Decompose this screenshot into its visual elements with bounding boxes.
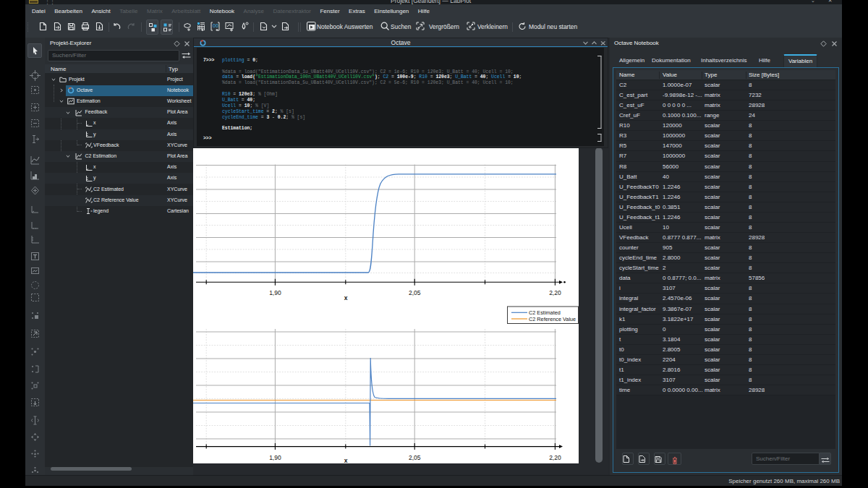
svg-text:x: x (344, 294, 348, 301)
svg-text:2,05: 2,05 (409, 289, 421, 296)
svg-text:00: 00 (213, 23, 218, 28)
svg-text:2,05: 2,05 (409, 454, 421, 461)
svg-text:2,20: 2,20 (549, 289, 561, 296)
svg-text:C2 Reference Value: C2 Reference Value (529, 316, 576, 322)
svg-text:1,90: 1,90 (269, 454, 281, 461)
svg-text:x: x (344, 457, 348, 464)
svg-text:2,20: 2,20 (549, 454, 561, 461)
svg-text:C2 Estimated: C2 Estimated (529, 309, 561, 316)
svg-text:1,90: 1,90 (269, 289, 281, 296)
